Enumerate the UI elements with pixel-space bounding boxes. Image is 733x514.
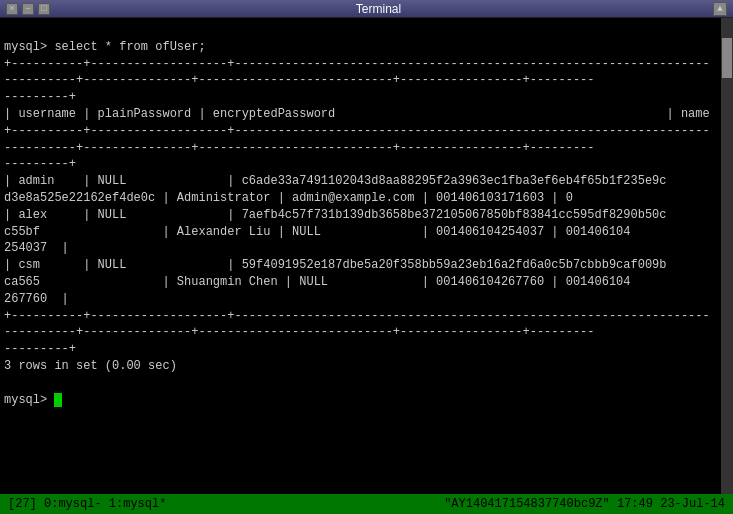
scroll-up-button[interactable]: ▲ [713, 2, 727, 16]
row-csm-cont2: 267760 | [4, 292, 69, 306]
separator-cont-3: ----------+---------------+-------------… [4, 141, 595, 155]
window: × − □ Terminal ▲ mysql> select * from of… [0, 0, 733, 514]
separator-cont-1: ----------+---------------+-------------… [4, 73, 595, 87]
row-csm-cont: ca565 | Shuangmin Chen | NULL | 00140610… [4, 275, 631, 289]
row-alex-cont2: 254037 | [4, 241, 69, 255]
terminal-area[interactable]: mysql> select * from ofUser; +----------… [0, 18, 733, 494]
statusbar-session-info: [27] 0:mysql- 1:mysql* [8, 497, 166, 511]
row-alex-cont: c55bf | Alexander Liu | NULL | 001406104… [4, 225, 631, 239]
maximize-button[interactable]: □ [38, 3, 50, 15]
minimize-button[interactable]: − [22, 3, 34, 15]
separator-line-1: +----------+-------------------+--------… [4, 57, 710, 71]
row-csm: | csm | NULL | 59f4091952e187dbe5a20f358… [4, 258, 667, 272]
scrollbar[interactable] [721, 18, 733, 494]
window-title: Terminal [50, 2, 707, 16]
row-admin: | admin | NULL | c6ade33a7491102043d8aa8… [4, 174, 667, 188]
result-summary: 3 rows in set (0.00 sec) [4, 359, 177, 373]
cursor [54, 393, 62, 407]
separator-line-2: +----------+-------------------+--------… [4, 124, 710, 138]
terminal-output: mysql> select * from ofUser; +----------… [4, 22, 729, 442]
separator-cont-6: ---------+ [4, 342, 76, 356]
close-button[interactable]: × [6, 3, 18, 15]
scrollbar-thumb[interactable] [722, 38, 732, 78]
titlebar: × − □ Terminal ▲ [0, 0, 733, 18]
row-alex: | alex | NULL | 7aefb4c57f731b139db3658b… [4, 208, 667, 222]
titlebar-right: ▲ [707, 2, 727, 16]
new-prompt-line[interactable]: mysql> [4, 392, 715, 409]
row-admin-cont: d3e8a525e22162ef4de0c | Administrator | … [4, 191, 573, 205]
separator-line-3: +----------+-------------------+--------… [4, 309, 710, 323]
header-row: | username | plainPassword | encryptedPa… [4, 107, 733, 121]
separator-cont-4: ---------+ [4, 157, 76, 171]
statusbar-datetime: "AY140417154837740bc9Z" 17:49 23-Jul-14 [444, 497, 725, 511]
command-line: mysql> select * from ofUser; [4, 40, 206, 54]
statusbar: [27] 0:mysql- 1:mysql* "AY14041715483774… [0, 494, 733, 514]
separator-cont-2: ---------+ [4, 90, 76, 104]
window-controls[interactable]: × − □ [6, 3, 50, 15]
separator-cont-5: ----------+---------------+-------------… [4, 325, 595, 339]
